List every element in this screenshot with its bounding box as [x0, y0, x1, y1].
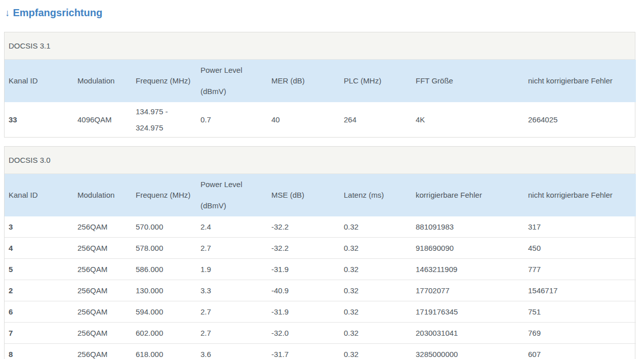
column-header: korrigierbare Fehler [412, 174, 524, 216]
data-cell: 918690090 [412, 238, 524, 259]
channel-row: 2256QAM130.0003.3-40.90.3217702077154671… [5, 280, 636, 301]
data-cell: 450 [524, 238, 636, 259]
data-cell: 256QAM [73, 238, 132, 259]
page-title: ↓Empfangsrichtung [5, 6, 644, 20]
page-title-text: Empfangsrichtung [13, 7, 103, 18]
data-cell: 134.975 - 324.975 [132, 102, 196, 137]
data-cell: 602.000 [132, 323, 196, 344]
data-cell: 3.3 [196, 280, 267, 301]
data-cell: 618.000 [132, 344, 196, 359]
column-header: Modulation [73, 60, 132, 102]
docsis30-table-card: DOCSIS 3.0 Kanal IDModulationFrequenz (M… [4, 146, 635, 359]
data-cell: 594.000 [132, 301, 196, 323]
data-cell: -31.7 [267, 344, 340, 359]
column-header: nicht korrigierbare Fehler [524, 174, 636, 216]
data-cell: 0.32 [340, 344, 412, 359]
channel-id-cell: 6 [5, 301, 73, 323]
data-cell: -32.0 [267, 323, 340, 344]
data-cell: 0.32 [340, 238, 412, 259]
data-cell: 2.7 [196, 301, 267, 323]
data-cell: 17702077 [412, 280, 524, 301]
data-cell: -40.9 [267, 280, 340, 301]
data-cell: 3285000000 [412, 344, 524, 359]
docsis30-channel-table: Kanal IDModulationFrequenz (MHz)Power Le… [5, 174, 636, 359]
data-cell: 0.32 [340, 280, 412, 301]
data-cell: 0.32 [340, 259, 412, 280]
column-header: nicht korrigierbare Fehler [524, 60, 636, 102]
data-cell: 4096QAM [73, 102, 132, 137]
channel-id-cell: 4 [5, 238, 73, 259]
data-cell: 2.7 [196, 323, 267, 344]
data-cell: 607 [524, 344, 636, 359]
data-cell: 2664025 [524, 102, 636, 137]
column-header: Frequenz (MHz) [132, 60, 196, 102]
data-cell: 256QAM [73, 216, 132, 238]
data-cell: 256QAM [73, 301, 132, 323]
column-header: Kanal ID [5, 60, 73, 102]
data-cell: 256QAM [73, 259, 132, 280]
data-cell: 777 [524, 259, 636, 280]
data-cell: 2030031041 [412, 323, 524, 344]
data-cell: 40 [267, 102, 340, 137]
data-cell: 586.000 [132, 259, 196, 280]
data-cell: -31.9 [267, 301, 340, 323]
docsis31-channel-table: Kanal IDModulationFrequenz (MHz)Power Le… [5, 60, 636, 137]
data-cell: 751 [524, 301, 636, 323]
column-header-row: Kanal IDModulationFrequenz (MHz)Power Le… [5, 174, 636, 216]
column-header: Power Level (dBmV) [196, 60, 267, 102]
channel-row: 8256QAM618.0003.6-31.70.323285000000607 [5, 344, 636, 359]
channel-row: 6256QAM594.0002.7-31.90.321719176345751 [5, 301, 636, 323]
data-cell: 2.4 [196, 216, 267, 238]
channel-row: 5256QAM586.0001.9-31.90.321463211909777 [5, 259, 636, 280]
data-cell: 4K [412, 102, 524, 137]
data-cell: 0.7 [196, 102, 267, 137]
data-cell: 1.9 [196, 259, 267, 280]
channel-id-cell: 8 [5, 344, 73, 359]
column-header: Power Level (dBmV) [196, 174, 267, 216]
data-cell: 1719176345 [412, 301, 524, 323]
data-cell: -32.2 [267, 238, 340, 259]
channel-id-cell: 5 [5, 259, 73, 280]
channel-row: 7256QAM602.0002.7-32.00.322030031041769 [5, 323, 636, 344]
channel-id-cell: 7 [5, 323, 73, 344]
column-header: Modulation [73, 174, 132, 216]
data-cell: 264 [340, 102, 412, 137]
data-cell: 130.000 [132, 280, 196, 301]
data-cell: 769 [524, 323, 636, 344]
table-caption: DOCSIS 3.1 [5, 32, 635, 60]
data-cell: 256QAM [73, 344, 132, 359]
data-cell: 256QAM [73, 323, 132, 344]
data-cell: -31.9 [267, 259, 340, 280]
channel-id-cell: 2 [5, 280, 73, 301]
column-header: PLC (MHz) [340, 60, 412, 102]
column-header: MSE (dB) [267, 174, 340, 216]
channel-row: 334096QAM134.975 - 324.9750.7402644K2664… [5, 102, 636, 137]
data-cell: 256QAM [73, 280, 132, 301]
channel-id-cell: 3 [5, 216, 73, 238]
channel-row: 3256QAM570.0002.4-32.20.32881091983317 [5, 216, 636, 238]
data-cell: 0.32 [340, 216, 412, 238]
data-cell: 0.32 [340, 323, 412, 344]
data-cell: 1463211909 [412, 259, 524, 280]
table-caption: DOCSIS 3.0 [5, 147, 635, 174]
column-header: Frequenz (MHz) [132, 174, 196, 216]
data-cell: 881091983 [412, 216, 524, 238]
data-cell: -32.2 [267, 216, 340, 238]
column-header: Kanal ID [5, 174, 73, 216]
column-header-row: Kanal IDModulationFrequenz (MHz)Power Le… [5, 60, 636, 102]
channel-id-cell: 33 [5, 102, 73, 137]
column-header: FFT Größe [412, 60, 524, 102]
downstream-arrow-icon: ↓ [5, 8, 10, 18]
data-cell: 3.6 [196, 344, 267, 359]
channel-row: 4256QAM578.0002.7-32.20.32918690090450 [5, 238, 636, 259]
column-header: MER (dB) [267, 60, 340, 102]
data-cell: 578.000 [132, 238, 196, 259]
column-header: Latenz (ms) [340, 174, 412, 216]
data-cell: 570.000 [132, 216, 196, 238]
data-cell: 2.7 [196, 238, 267, 259]
data-cell: 0.32 [340, 301, 412, 323]
docsis31-table-card: DOCSIS 3.1 Kanal IDModulationFrequenz (M… [4, 32, 635, 138]
data-cell: 317 [524, 216, 636, 238]
data-cell: 1546717 [524, 280, 636, 301]
